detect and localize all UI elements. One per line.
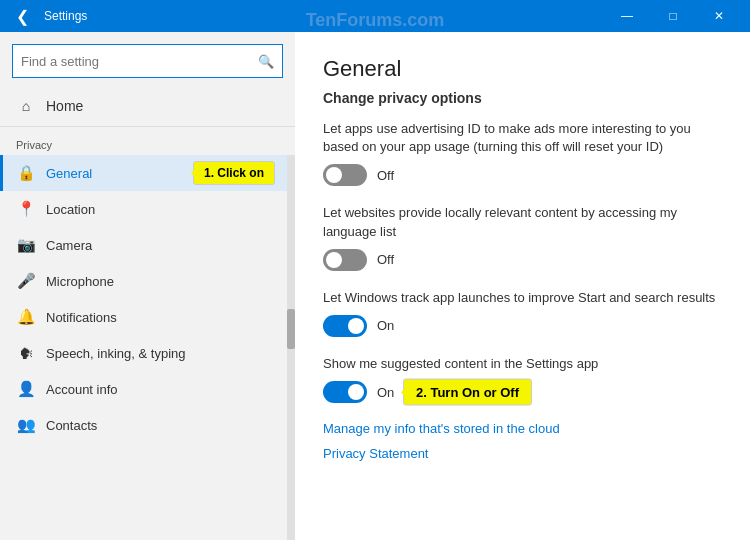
camera-label: Camera — [46, 238, 92, 253]
search-input[interactable] — [21, 54, 258, 69]
titlebar: ❮ Settings — □ ✕ — [0, 0, 750, 32]
account-info-icon: 👤 — [16, 379, 36, 399]
location-icon: 📍 — [16, 199, 36, 219]
suggested-toggle-label: On — [377, 385, 394, 400]
advertising-toggle-row: Off — [323, 164, 722, 186]
maximize-button[interactable]: □ — [650, 0, 696, 32]
track-launches-toggle-row: On — [323, 315, 722, 337]
suggested-toggle-knob — [348, 384, 364, 400]
sidebar-item-microphone[interactable]: 🎤 Microphone — [0, 263, 295, 299]
manage-info-link[interactable]: Manage my info that's stored in the clou… — [323, 421, 722, 436]
account-info-label: Account info — [46, 382, 118, 397]
sidebar-item-location[interactable]: 📍 Location — [0, 191, 295, 227]
track-launches-toggle-knob — [348, 318, 364, 334]
notifications-icon: 🔔 — [16, 307, 36, 327]
sidebar-section-privacy: Privacy — [0, 131, 295, 155]
suggested-toggle[interactable] — [323, 381, 367, 403]
callout-turn-on-off: 2. Turn On or Off — [403, 379, 532, 406]
privacy-statement-link[interactable]: Privacy Statement — [323, 446, 722, 461]
sidebar-item-camera[interactable]: 📷 Camera — [0, 227, 295, 263]
notifications-label: Notifications — [46, 310, 117, 325]
track-launches-description: Let Windows track app launches to improv… — [323, 289, 722, 307]
contacts-icon: 👥 — [16, 415, 36, 435]
suggested-description: Show me suggested content in the Setting… — [323, 355, 722, 373]
app-title: Settings — [36, 9, 604, 23]
language-toggle-row: Off — [323, 249, 722, 271]
suggested-toggle-row: On 2. Turn On or Off — [323, 381, 722, 403]
microphone-icon: 🎤 — [16, 271, 36, 291]
privacy-item-language: Let websites provide locally relevant co… — [323, 204, 722, 270]
privacy-item-track-launches: Let Windows track app launches to improv… — [323, 289, 722, 337]
search-box[interactable]: 🔍 — [12, 44, 283, 78]
sidebar-item-home[interactable]: ⌂ Home — [0, 86, 295, 127]
language-toggle-knob — [326, 252, 342, 268]
section-title: Change privacy options — [323, 90, 722, 106]
advertising-description: Let apps use advertising ID to make ads … — [323, 120, 722, 156]
home-icon: ⌂ — [16, 96, 36, 116]
sidebar-item-speech[interactable]: 🗣 Speech, inking, & typing — [0, 335, 295, 371]
home-label: Home — [46, 98, 83, 114]
track-launches-toggle[interactable] — [323, 315, 367, 337]
main-content: General Change privacy options Let apps … — [295, 32, 750, 540]
speech-label: Speech, inking, & typing — [46, 346, 185, 361]
location-label: Location — [46, 202, 95, 217]
sidebar-item-contacts[interactable]: 👥 Contacts — [0, 407, 295, 443]
language-toggle[interactable] — [323, 249, 367, 271]
microphone-label: Microphone — [46, 274, 114, 289]
minimize-button[interactable]: — — [604, 0, 650, 32]
callout-click-on: 1. Click on — [193, 161, 275, 185]
scroll-thumb — [287, 309, 295, 349]
sidebar: 🔍 ⌂ Home Privacy 🔒 General 1. Click on 📍… — [0, 32, 295, 540]
sidebar-item-account-info[interactable]: 👤 Account info — [0, 371, 295, 407]
general-icon: 🔒 — [16, 163, 36, 183]
privacy-item-suggested: Show me suggested content in the Setting… — [323, 355, 722, 403]
close-button[interactable]: ✕ — [696, 0, 742, 32]
search-icon: 🔍 — [258, 54, 274, 69]
page-title: General — [323, 56, 722, 82]
advertising-toggle-label: Off — [377, 168, 394, 183]
privacy-item-advertising: Let apps use advertising ID to make ads … — [323, 120, 722, 186]
language-description: Let websites provide locally relevant co… — [323, 204, 722, 240]
speech-icon: 🗣 — [16, 343, 36, 363]
window-controls: — □ ✕ — [604, 0, 742, 32]
contacts-label: Contacts — [46, 418, 97, 433]
app-body: 🔍 ⌂ Home Privacy 🔒 General 1. Click on 📍… — [0, 32, 750, 540]
general-label: General — [46, 166, 92, 181]
scroll-indicator[interactable] — [287, 155, 295, 540]
advertising-toggle-knob — [326, 167, 342, 183]
track-launches-toggle-label: On — [377, 318, 394, 333]
advertising-toggle[interactable] — [323, 164, 367, 186]
sidebar-item-general[interactable]: 🔒 General 1. Click on — [0, 155, 295, 191]
sidebar-item-notifications[interactable]: 🔔 Notifications — [0, 299, 295, 335]
back-button[interactable]: ❮ — [8, 2, 36, 30]
sidebar-items-list: 🔒 General 1. Click on 📍 Location 📷 Camer… — [0, 155, 295, 540]
camera-icon: 📷 — [16, 235, 36, 255]
language-toggle-label: Off — [377, 252, 394, 267]
